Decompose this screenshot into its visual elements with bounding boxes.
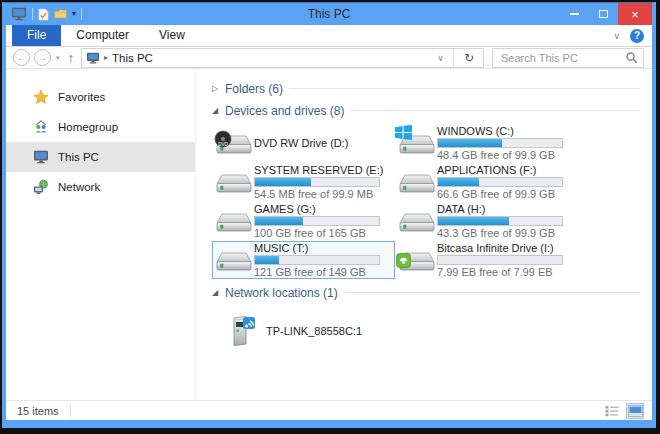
help-button[interactable]: ? xyxy=(630,29,644,43)
expanded-triangle-icon[interactable]: ◢ xyxy=(212,288,225,297)
history-dropdown-icon[interactable]: ▾ xyxy=(56,54,60,62)
sidebar: Favorites Homegroup This PC Network xyxy=(6,69,196,400)
forward-button[interactable]: → xyxy=(34,49,51,66)
close-icon: × xyxy=(631,7,639,22)
breadcrumb-arrow-icon[interactable]: ▸ xyxy=(104,53,108,62)
usage-bar xyxy=(254,177,380,187)
drive-tile-music[interactable]: MUSIC (T:) 121 GB free of 149 GB xyxy=(212,241,395,279)
drive-name: MUSIC (T:) xyxy=(254,242,380,254)
properties-icon[interactable] xyxy=(38,8,49,21)
free-space-label: 43.3 GB free of 99.9 GB xyxy=(437,227,563,239)
explorer-window: ▾ This PC × File Computer View ∨ ? ← → ▾… xyxy=(2,2,656,428)
address-bar[interactable]: ▸ This PC ∨ ↻ xyxy=(81,48,484,68)
address-dropdown-icon[interactable]: ∨ xyxy=(432,53,449,63)
search-box[interactable] xyxy=(492,48,644,68)
quick-access-toolbar: ▾ xyxy=(11,6,82,22)
free-space-label: 48.4 GB free of 99.9 GB xyxy=(437,149,563,161)
collapsed-triangle-icon[interactable]: ▷ xyxy=(212,84,225,93)
sidebar-item-favorites[interactable]: Favorites xyxy=(6,82,195,112)
location-computer-icon xyxy=(86,52,100,64)
drive-tile-system-reserved[interactable]: SYSTEM RESERVED (E:) 54.5 MB free of 99.… xyxy=(212,163,395,201)
qat-customize-chevron-icon[interactable]: ▾ xyxy=(72,10,76,18)
hard-drive-icon xyxy=(397,208,437,234)
group-rule xyxy=(344,292,640,293)
group-label: Devices and drives (8) xyxy=(225,104,344,118)
drive-tile-bitcasa[interactable]: Bitcasa Infinite Drive (I:) 7.99 EB free… xyxy=(395,241,578,279)
free-space-label: 100 GB free of 165 GB xyxy=(254,227,380,239)
usage-bar xyxy=(437,255,563,265)
drives-grid: DVD DVD RW Drive (D:) xyxy=(212,124,640,280)
usage-bar-fill xyxy=(255,178,311,186)
svg-text:DVD: DVD xyxy=(218,142,228,147)
sidebar-item-network[interactable]: Network xyxy=(6,172,195,202)
usage-bar-fill xyxy=(438,139,502,147)
address-divider xyxy=(453,49,454,67)
sidebar-item-homegroup[interactable]: Homegroup xyxy=(6,112,195,142)
drive-tile-dvd[interactable]: DVD DVD RW Drive (D:) xyxy=(212,124,395,162)
breadcrumb[interactable]: This PC xyxy=(112,52,153,64)
bitcasa-drive-icon xyxy=(397,247,437,273)
status-bar: 15 items xyxy=(6,400,652,420)
hard-drive-icon xyxy=(214,208,254,234)
maximize-icon xyxy=(599,10,608,18)
new-folder-icon[interactable] xyxy=(54,9,67,19)
hard-drive-icon xyxy=(214,169,254,195)
ribbon-expand-chevron-icon[interactable]: ∨ xyxy=(613,31,620,41)
ribbon-tabs: File Computer View ∨ ? xyxy=(6,25,652,47)
usage-bar-fill xyxy=(255,217,303,225)
content-pane: ▷ Folders (6) ◢ Devices and drives (8) xyxy=(196,69,652,400)
group-rule xyxy=(350,110,640,111)
qat-separator xyxy=(81,8,82,20)
computer-icon xyxy=(33,149,49,165)
tab-computer[interactable]: Computer xyxy=(61,25,144,46)
free-space-label: 66.6 GB free of 99.9 GB xyxy=(437,188,563,200)
sidebar-item-label: Homegroup xyxy=(58,121,118,133)
search-icon[interactable] xyxy=(625,51,638,64)
drive-name: APPLICATIONS (F:) xyxy=(437,164,563,176)
minimize-icon xyxy=(570,13,579,15)
items-count: 15 items xyxy=(17,405,59,417)
tab-file[interactable]: File xyxy=(12,25,61,46)
network-icon xyxy=(33,179,49,195)
maximize-button[interactable] xyxy=(589,3,618,25)
group-label: Network locations (1) xyxy=(225,286,338,300)
sidebar-item-this-pc[interactable]: This PC xyxy=(6,142,195,172)
group-label: Folders (6) xyxy=(225,82,283,96)
folders-group-header[interactable]: ▷ Folders (6) xyxy=(212,78,640,99)
refresh-icon[interactable]: ↻ xyxy=(458,51,480,65)
drive-name: DVD RW Drive (D:) xyxy=(254,137,349,149)
network-location-item[interactable]: TP-LINK_88558C:1 xyxy=(226,309,640,353)
sidebar-item-label: This PC xyxy=(58,151,99,163)
this-pc-window-icon xyxy=(11,6,27,22)
expanded-triangle-icon[interactable]: ◢ xyxy=(212,106,225,115)
drive-tile-windows-c[interactable]: WINDOWS (C:) 48.4 GB free of 99.9 GB xyxy=(395,124,578,162)
hard-drive-icon xyxy=(397,169,437,195)
details-view-button[interactable] xyxy=(603,403,621,419)
drive-name: DATA (H:) xyxy=(437,203,563,215)
minimize-button[interactable] xyxy=(560,3,589,25)
drive-tile-data[interactable]: DATA (H:) 43.3 GB free of 99.9 GB xyxy=(395,202,578,240)
dvd-disc-icon: DVD xyxy=(214,130,232,148)
drive-tile-games[interactable]: GAMES (G:) 100 GB free of 165 GB xyxy=(212,202,395,240)
thumbnails-view-button[interactable] xyxy=(626,403,644,419)
drive-name: GAMES (G:) xyxy=(254,203,380,215)
sidebar-item-label: Network xyxy=(58,181,100,193)
network-locations-group-header[interactable]: ◢ Network locations (1) xyxy=(212,282,640,303)
group-rule xyxy=(289,88,640,89)
free-space-label: 121 GB free of 149 GB xyxy=(254,266,380,278)
usage-bar xyxy=(437,216,563,226)
up-button[interactable]: ↑ xyxy=(68,51,75,64)
drive-name: WINDOWS (C:) xyxy=(437,125,563,137)
hard-drive-icon xyxy=(214,247,254,273)
drive-tile-applications[interactable]: APPLICATIONS (F:) 66.6 GB free of 99.9 G… xyxy=(395,163,578,201)
windows-drive-icon xyxy=(397,130,437,156)
usage-bar xyxy=(254,216,380,226)
back-button[interactable]: ← xyxy=(13,49,30,66)
devices-group-header[interactable]: ◢ Devices and drives (8) xyxy=(212,100,640,121)
close-button[interactable]: × xyxy=(618,3,652,25)
search-input[interactable] xyxy=(499,51,625,65)
usage-bar xyxy=(437,138,563,148)
tab-view[interactable]: View xyxy=(144,25,200,46)
drive-name: Bitcasa Infinite Drive (I:) xyxy=(437,242,563,254)
dvd-drive-icon: DVD xyxy=(214,130,254,156)
